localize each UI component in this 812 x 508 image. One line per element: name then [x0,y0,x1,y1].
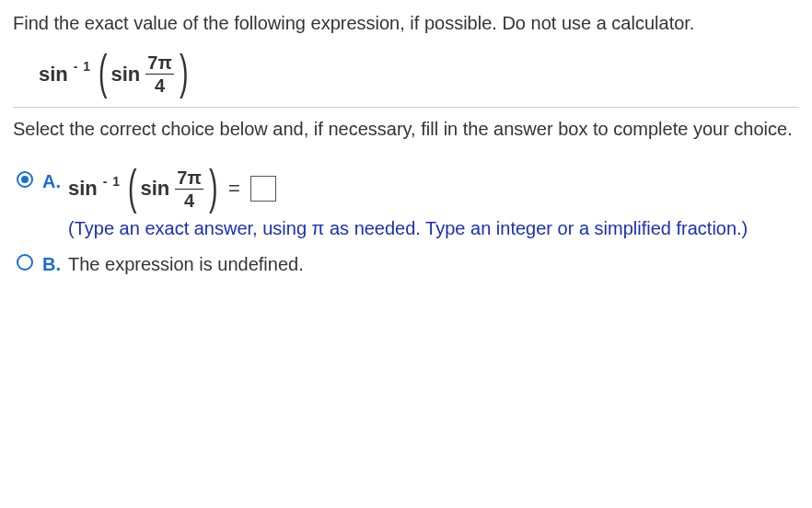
fraction: 7π 4 [145,53,173,95]
left-paren: ( [99,51,108,94]
right-paren: ) [180,51,189,94]
divider [13,107,799,108]
instruction-text: Select the correct choice below and, if … [13,117,799,142]
right-paren: ) [209,166,218,209]
radio-B[interactable] [17,254,33,271]
choice-A-expression: sin - 1 ( sin 7π 4 ) = [68,167,276,211]
inner-function: sin [110,61,140,88]
choice-letter-B: B. [42,250,68,277]
inner-function: sin [140,175,169,202]
exponent: - 1 [74,58,91,75]
equals-sign: = [228,175,240,202]
fraction: 7π 4 [175,168,203,210]
fraction-denominator: 4 [153,75,167,95]
choice-A-hint: (Type an exact answer, using π as needed… [68,216,799,241]
radio-A[interactable] [17,171,33,188]
choice-B[interactable]: B. The expression is undefined. [17,250,799,277]
outer-function: sin [39,61,68,88]
left-paren: ( [128,166,137,209]
exponent: - 1 [103,173,121,190]
choice-A[interactable]: A. sin - 1 ( sin 7π 4 ) = (Type an exact… [17,167,799,241]
fraction-numerator: 7π [145,53,173,74]
answer-input[interactable] [250,176,276,202]
main-expression: sin - 1 ( sin 7π 4 ) [39,52,799,96]
question-prompt: Find the exact value of the following ex… [13,11,799,36]
choice-B-text: The expression is undefined. [68,250,799,277]
fraction-denominator: 4 [182,190,196,210]
outer-function: sin [68,175,98,202]
choice-letter-A: A. [42,167,68,194]
fraction-numerator: 7π [175,168,203,189]
